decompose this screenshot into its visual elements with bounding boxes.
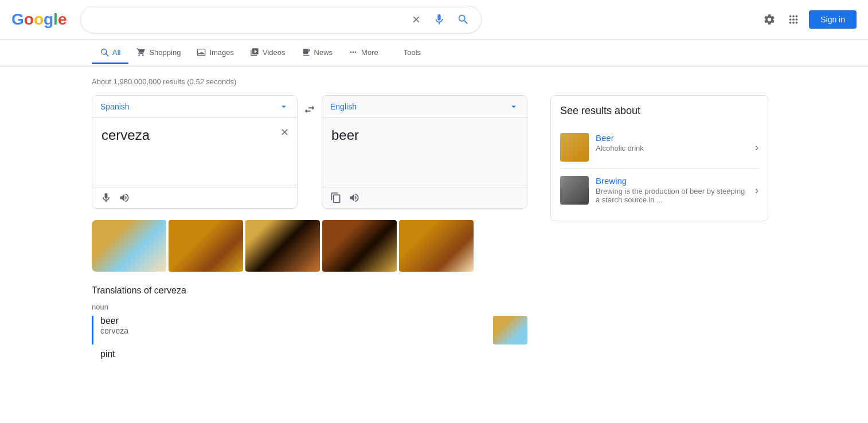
copy-button[interactable] <box>330 192 342 203</box>
nav-images-label: Images <box>209 48 234 57</box>
translator-target-content: beer <box>322 118 527 187</box>
nav-item-images[interactable]: Images <box>189 42 242 64</box>
pos-label: noun <box>92 303 527 311</box>
nav-item-tools[interactable]: Tools <box>396 42 429 64</box>
videos-icon <box>250 48 259 57</box>
news-icon <box>302 48 311 57</box>
search-button[interactable] <box>455 11 472 28</box>
nav-shopping-label: Shopping <box>149 48 181 57</box>
source-lang-dropdown-icon <box>279 101 289 112</box>
results-count: About 1,980,000,000 results (0.52 second… <box>92 77 776 86</box>
images-icon <box>197 48 206 57</box>
header-right: Sign in <box>761 10 857 29</box>
brewing-result-image <box>560 176 589 205</box>
pint-label: pint <box>100 349 527 359</box>
left-content: Spanish cerveza ✕ <box>92 95 527 359</box>
right-sidebar: See results about Beer Alcoholic drink ›… <box>539 95 757 359</box>
result-beer-title: Beer <box>596 133 748 143</box>
beer-image-3[interactable] <box>245 220 320 272</box>
settings-button[interactable] <box>761 11 778 28</box>
result-beer-desc: Alcoholic drink <box>596 144 748 152</box>
beer-image-5[interactable] <box>399 220 474 272</box>
main-content: About 1,980,000,000 results (0.52 second… <box>0 67 868 365</box>
apps-button[interactable] <box>785 11 802 28</box>
more-icon <box>349 48 358 57</box>
result-beer-chevron: › <box>755 142 758 154</box>
target-lang-text: English <box>330 102 357 111</box>
nav-item-more[interactable]: More <box>341 42 386 64</box>
source-lang-text: Spanish <box>100 102 130 111</box>
nav-tools-label: Tools <box>404 48 421 57</box>
content-area: Spanish cerveza ✕ <box>92 95 776 359</box>
result-brewing-title: Brewing <box>596 176 748 186</box>
nav-item-videos[interactable]: Videos <box>242 42 294 64</box>
result-brewing-chevron: › <box>755 185 758 197</box>
svg-line-4 <box>106 54 108 56</box>
source-lang-selector[interactable]: Spanish <box>92 96 297 118</box>
clear-button[interactable] <box>409 12 424 27</box>
search-input[interactable]: cerveza <box>90 14 404 25</box>
see-results-about: See results about Beer Alcoholic drink ›… <box>550 95 768 221</box>
translator-source-box: Spanish cerveza ✕ <box>92 95 298 209</box>
beer-image-2[interactable] <box>169 220 243 272</box>
result-beer-info: Beer Alcoholic drink <box>596 133 748 152</box>
nav-item-news[interactable]: News <box>294 42 341 64</box>
translation-secondary: cerveza <box>100 326 493 335</box>
nav-bar: All Shopping Images Videos News More Too… <box>0 40 868 67</box>
voice-search-button[interactable] <box>431 11 448 28</box>
source-mic-button[interactable] <box>100 192 112 203</box>
result-brewing-info: Brewing Brewing is the production of bee… <box>596 176 748 204</box>
result-item-brewing[interactable]: Brewing Brewing is the production of bee… <box>560 169 758 211</box>
pint-entry: pint <box>92 349 527 359</box>
translations-header: Translations of cerveza <box>92 285 527 296</box>
shopping-icon <box>136 48 146 57</box>
search-bar-icons <box>409 11 472 28</box>
beer-image-1[interactable] <box>92 220 166 272</box>
target-lang-selector[interactable]: English <box>322 96 527 118</box>
header: Google cerveza Sign in <box>0 0 868 40</box>
google-logo[interactable]: Google <box>11 10 67 29</box>
nav-all-label: All <box>112 48 120 57</box>
beer-image-4[interactable] <box>322 220 397 272</box>
source-icons <box>92 187 297 208</box>
target-speaker-button[interactable] <box>349 192 360 203</box>
translator-target-box: English beer <box>322 95 527 209</box>
source-speaker-button[interactable] <box>119 192 130 203</box>
search-bar: cerveza <box>80 6 482 33</box>
result-item-beer[interactable]: Beer Alcoholic drink › <box>560 126 758 169</box>
search-nav-icon <box>100 48 109 57</box>
target-icons <box>322 187 527 208</box>
beer-result-image <box>560 133 589 162</box>
translator-widget: Spanish cerveza ✕ <box>92 95 527 209</box>
source-text: cerveza <box>101 127 150 143</box>
nav-videos-label: Videos <box>263 48 286 57</box>
sign-in-button[interactable]: Sign in <box>809 10 857 29</box>
beer-thumb-image <box>493 316 527 344</box>
nav-item-all[interactable]: All <box>92 42 128 64</box>
translations-section: Translations of cerveza noun beer cervez… <box>92 285 527 359</box>
translation-primary: beer <box>100 316 493 326</box>
translation-words: beer cerveza <box>100 316 493 335</box>
nav-more-label: More <box>361 48 378 57</box>
target-lang-dropdown-icon <box>509 101 519 112</box>
result-brewing-desc: Brewing is the production of beer by ste… <box>596 187 748 204</box>
nav-item-shopping[interactable]: Shopping <box>128 42 189 64</box>
swap-languages-button[interactable] <box>303 103 316 116</box>
nav-news-label: News <box>314 48 333 57</box>
translation-entry-beer: beer cerveza <box>92 316 527 344</box>
target-text: beer <box>331 127 359 143</box>
translator-source-content: cerveza ✕ <box>92 118 297 187</box>
beer-images-row[interactable] <box>92 220 525 272</box>
see-results-header: See results about <box>560 105 758 117</box>
clear-source-button[interactable]: ✕ <box>280 126 289 139</box>
